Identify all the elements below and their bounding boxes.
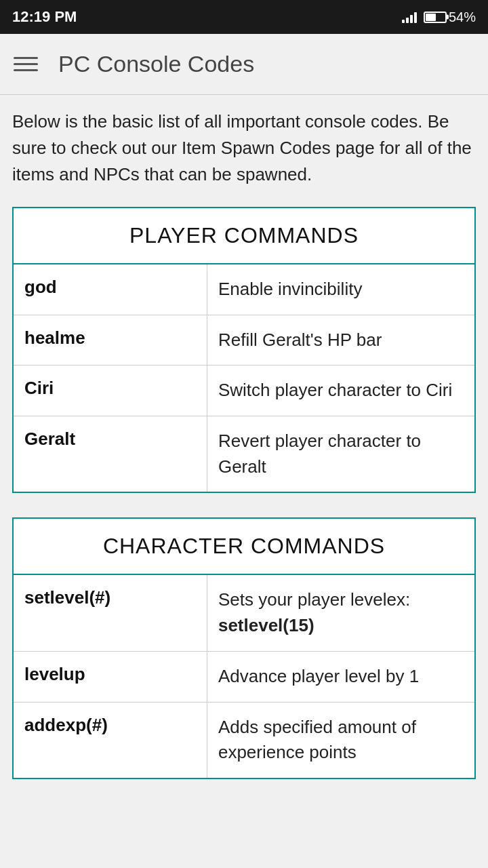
- battery-icon: 54%: [424, 9, 476, 25]
- description-text: Sets your player levelex:: [218, 589, 410, 610]
- description-cell: Sets your player levelex: setlevel(15): [207, 574, 475, 651]
- command-cell: setlevel(#): [13, 574, 207, 651]
- battery-level: 54%: [449, 9, 476, 25]
- command-cell: Ciri: [13, 366, 207, 416]
- signal-icon: [402, 11, 417, 23]
- player-commands-header: PLAYER COMMANDS: [13, 208, 475, 264]
- description-cell: Switch player character to Ciri: [207, 366, 475, 416]
- app-bar: PC Console Codes: [0, 34, 488, 95]
- command-cell: Geralt: [13, 416, 207, 493]
- table-row: Ciri Switch player character to Ciri: [13, 366, 475, 416]
- description-cell: Adds specified amount of experience poin…: [207, 702, 475, 778]
- description-cell: Enable invincibility: [207, 264, 475, 315]
- page-content: Below is the basic list of all important…: [0, 95, 488, 824]
- table-row: setlevel(#) Sets your player levelex: se…: [13, 574, 475, 651]
- command-cell: levelup: [13, 651, 207, 702]
- table-row: addexp(#) Adds specified amount of exper…: [13, 702, 475, 778]
- table-row: healme Refill Geralt's HP bar: [13, 315, 475, 366]
- table-row: Geralt Revert player character to Geralt: [13, 416, 475, 493]
- command-cell: healme: [13, 315, 207, 366]
- command-cell: addexp(#): [13, 702, 207, 778]
- description-cell: Advance player level by 1: [207, 651, 475, 702]
- status-bar: 12:19 PM 54%: [0, 0, 488, 34]
- command-cell: god: [13, 264, 207, 315]
- app-title: PC Console Codes: [58, 51, 254, 77]
- description-bold: setlevel(15): [218, 615, 314, 635]
- table-row: god Enable invincibility: [13, 264, 475, 315]
- player-commands-table: PLAYER COMMANDS god Enable invincibility…: [12, 207, 476, 493]
- character-commands-header: CHARACTER COMMANDS: [13, 518, 475, 574]
- status-time: 12:19 PM: [12, 8, 77, 26]
- description-cell: Revert player character to Geralt: [207, 416, 475, 493]
- table-row: levelup Advance player level by 1: [13, 651, 475, 702]
- description-cell: Refill Geralt's HP bar: [207, 315, 475, 366]
- status-right-icons: 54%: [402, 9, 476, 25]
- menu-icon[interactable]: [14, 57, 38, 71]
- character-commands-table: CHARACTER COMMANDS setlevel(#) Sets your…: [12, 517, 476, 778]
- intro-text: Below is the basic list of all important…: [12, 108, 476, 188]
